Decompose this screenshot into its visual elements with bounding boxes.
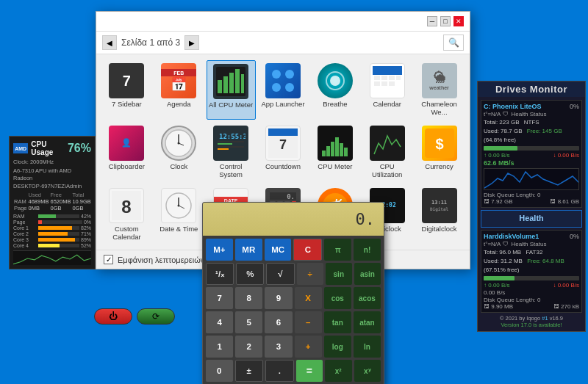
app-label-cpuutil: CPU Utilization (364, 162, 410, 179)
svg-rect-38 (335, 137, 339, 156)
calc-btn-mc[interactable]: MC (265, 239, 292, 261)
app-item-cpuutil[interactable]: CPU Utilization (362, 123, 412, 182)
harddisk-bar (484, 276, 579, 280)
maximize-button[interactable]: □ (440, 16, 451, 26)
app-item-clock[interactable]: Clock (154, 123, 204, 182)
calc-btn-nfact[interactable]: n! (354, 239, 381, 261)
health-title: Health (484, 214, 578, 222)
drive-c-freepct: (64.8% free) (484, 136, 579, 145)
svg-rect-36 (326, 146, 330, 156)
calc-btn-div[interactable]: ÷ (297, 263, 323, 285)
calc-btn-sub[interactable]: – (295, 311, 322, 333)
app-item-applauncher[interactable]: App Launcher (259, 60, 308, 120)
back-button[interactable]: ◀ (102, 35, 117, 50)
calc-btn-negate[interactable]: ± (235, 360, 264, 382)
page-free: 0GB (49, 205, 71, 211)
drives-monitor: Drives Monitor C: Phoenix LiteOS 0% t°=N… (477, 81, 586, 332)
calc-btn-0[interactable]: 0 (206, 360, 233, 382)
cpu-usage-pct: 76% (68, 142, 91, 155)
app-label-countdown: Countdown (265, 162, 301, 170)
forward-button[interactable]: ▶ (184, 35, 199, 50)
app-item-agenda[interactable]: FEB 📅 Agenda (154, 60, 204, 120)
svg-rect-40 (344, 148, 348, 156)
calc-btn-pi[interactable]: π (324, 239, 351, 261)
svg-rect-35 (322, 151, 326, 156)
app-item-countdown[interactable]: 7 Countdown (259, 123, 308, 182)
app-item-customcal[interactable]: 8 Custom Calendar (102, 185, 151, 244)
app-item-breathe[interactable]: Breathe (310, 60, 359, 120)
cpu-widget: AMD CPU Usage 76% Clock: 2000MHz A6-7310… (9, 136, 96, 269)
drives-monitor-title: Drives Monitor (478, 81, 585, 97)
svg-rect-3 (229, 73, 234, 93)
detail-checkbox[interactable]: ✓ (104, 255, 113, 264)
bar-core4: Core 4 52% (13, 243, 91, 248)
calc-btn-c[interactable]: C (293, 239, 322, 261)
svg-rect-16 (389, 76, 395, 80)
drive-c-pct: 0% (570, 103, 579, 110)
calc-btn-equals[interactable]: = (296, 360, 323, 382)
svg-text:0.: 0. (287, 193, 295, 200)
drive-c-graph (484, 168, 579, 190)
calc-btn-mul[interactable]: X (295, 287, 322, 309)
svg-rect-13 (373, 66, 402, 75)
calc-btn-ln[interactable]: ln (354, 336, 381, 358)
calc-btn-cos[interactable]: cos (324, 287, 351, 309)
calc-btn-3[interactable]: 3 (265, 336, 292, 358)
calc-btn-mplus[interactable]: M+ (206, 239, 233, 261)
calc-btn-sin[interactable]: sin (326, 263, 352, 285)
bar-ram: RAM 42% (13, 214, 91, 219)
calc-btn-4[interactable]: 4 (206, 311, 233, 333)
app-label-customcal: Custom Calendar (104, 225, 150, 242)
health-icon-c: 🛡 (503, 111, 509, 117)
calc-btn-sqrt[interactable]: √ (266, 263, 294, 285)
drive-c-section: C: Phoenix LiteOS 0% t°=N/A 🛡 Health Sta… (481, 100, 582, 208)
app-item-cpumeter[interactable]: CPU Meter (310, 123, 359, 182)
drives-footer: © 2021 by Iqogo #1 v16.9 Version 17.0 is… (481, 315, 582, 328)
app-label-datetime: Date & Time (159, 225, 198, 233)
page-used: 0MB (28, 205, 50, 211)
minimize-button[interactable]: ─ (427, 16, 437, 26)
calc-btn-log[interactable]: log (324, 336, 351, 358)
app-item-clipboarder[interactable]: 👤 Clipboarder (102, 123, 151, 182)
calc-btn-6[interactable]: 6 (265, 311, 292, 333)
calc-btn-inv[interactable]: ¹/ₓ (206, 263, 234, 285)
calc-display-value: 0. (356, 210, 376, 228)
app-item-currency[interactable]: $ Currency (415, 123, 464, 182)
app-item-datetime[interactable]: Date & Time (154, 185, 204, 244)
app-item-allcpu[interactable]: All CPU Meter (207, 60, 256, 120)
cpu-sparkline (13, 250, 91, 265)
calc-btn-xpowy[interactable]: xʸ (354, 360, 381, 382)
calc-btn-8[interactable]: 8 (235, 287, 262, 309)
app-item-chameleon[interactable]: 🌦 weather Chameleon We... (415, 60, 464, 120)
calc-btn-7[interactable]: 7 (206, 287, 233, 309)
cpu-header: AMD CPU Usage 76% (13, 140, 91, 156)
detail-label: Εμφάνιση λεπτομερειών (118, 256, 204, 264)
calc-btn-acos[interactable]: acos (354, 287, 381, 309)
drive-c-up: ↑ 0.00 B/s (484, 152, 510, 159)
calc-btn-atan[interactable]: atan (354, 311, 381, 333)
calc-btn-add[interactable]: + (295, 336, 322, 358)
calc-btn-asin[interactable]: asin (354, 263, 381, 285)
app-item-calendar[interactable]: Calendar (362, 60, 412, 120)
harddisk-health-status: Health Status (511, 241, 546, 247)
calc-btn-1[interactable]: 1 (206, 336, 233, 358)
harddisk-io-right: 🖫 270 kB (553, 303, 579, 310)
calc-btn-xsq[interactable]: x² (325, 360, 352, 382)
app-item-7sidebar[interactable]: 7 7 Sidebar (102, 60, 151, 120)
calc-btn-dot[interactable]: . (265, 360, 294, 382)
power-off-button[interactable]: ⏻ (94, 308, 132, 325)
refresh-button[interactable]: ⟳ (137, 308, 175, 325)
calc-btn-2[interactable]: 2 (235, 336, 262, 358)
calc-btn-pct[interactable]: % (236, 263, 264, 285)
app-label-currency: Currency (425, 162, 453, 170)
cpu-title-label: CPU Usage (31, 140, 65, 156)
search-box[interactable]: 🔍 (443, 35, 464, 51)
app-item-digitalclock[interactable]: 13:11 Digital Digitalclock (415, 185, 464, 244)
calc-btn-mr[interactable]: MR (235, 239, 262, 261)
calc-btn-9[interactable]: 9 (265, 287, 292, 309)
calc-btn-tan[interactable]: tan (324, 311, 351, 333)
svg-rect-17 (396, 76, 401, 80)
app-item-control[interactable]: 12:55:30 PM Control System (207, 123, 256, 182)
close-button[interactable]: ✕ (453, 16, 464, 26)
calc-btn-5[interactable]: 5 (235, 311, 262, 333)
